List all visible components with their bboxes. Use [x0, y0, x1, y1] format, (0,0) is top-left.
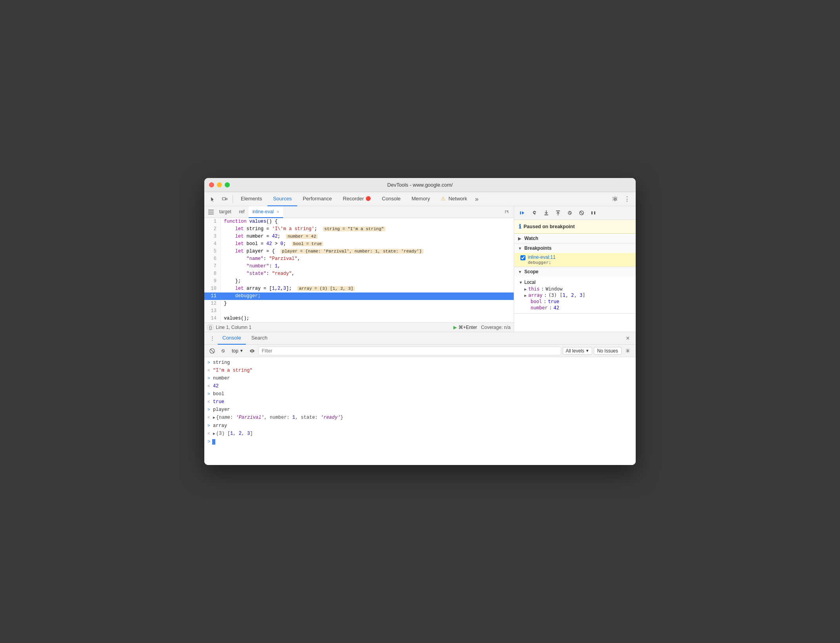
context-label: top — [232, 348, 238, 354]
step-into-icon — [543, 210, 549, 216]
filter-input[interactable] — [258, 347, 562, 355]
scope-header[interactable]: ▼ Scope — [514, 267, 636, 276]
issues-button[interactable]: No Issues — [594, 347, 622, 355]
tab-sources[interactable]: Sources — [267, 192, 297, 206]
context-selector[interactable]: top ▼ — [229, 347, 246, 354]
local-label: Local — [524, 280, 536, 285]
tab-performance[interactable]: Performance — [297, 192, 337, 206]
console-entry-string-key: > string — [204, 359, 636, 367]
settings-button[interactable] — [610, 194, 621, 204]
scope-local-header[interactable]: ▼ Local — [514, 279, 636, 286]
network-warning-icon: ⚠ — [441, 196, 445, 202]
step-icon — [567, 210, 573, 216]
quick-open-button[interactable] — [502, 208, 511, 216]
breakpoint-text: inline-eval:11 debugger; — [528, 254, 629, 265]
svg-rect-4 — [208, 214, 214, 214]
console-out-arrow: > — [207, 359, 213, 366]
pause-exceptions-icon — [590, 210, 596, 216]
bottom-tab-search[interactable]: Search — [247, 332, 272, 345]
bottom-tab-console[interactable]: Console — [218, 332, 246, 345]
debugger-toolbar — [514, 206, 636, 220]
devtools-window: DevTools - www.google.com/ Elements — [204, 178, 636, 465]
console-out-arrow: > — [207, 422, 213, 429]
tab-console[interactable]: Console — [376, 192, 406, 206]
file-tabs-bar: target ref inline-eval × — [204, 206, 514, 218]
more-tabs-button[interactable]: » — [473, 192, 481, 206]
bottom-more-button[interactable]: ⋮ — [207, 334, 217, 343]
log-level-select[interactable]: All levels ▼ — [563, 347, 592, 355]
step-over-button[interactable] — [529, 208, 540, 218]
pause-on-exceptions-button[interactable] — [588, 208, 599, 218]
console-entry-number-val: < 42 — [204, 382, 636, 390]
more-options-button[interactable]: ⋮ — [622, 194, 633, 204]
breakpoints-icon — [578, 210, 585, 216]
this-expand-icon[interactable]: ▶ — [524, 287, 527, 291]
close-button[interactable] — [209, 182, 214, 187]
toolbar-divider — [233, 195, 233, 203]
breakpoints-chevron-icon: ▼ — [518, 246, 523, 251]
main-toolbar: Elements Sources Performance Recorder 🔴 … — [204, 192, 636, 206]
pretty-print-button[interactable]: {} — [207, 325, 213, 330]
tabs-navigation: Elements Sources Performance Recorder 🔴 … — [235, 192, 481, 206]
watch-section: ▶ Watch — [514, 234, 636, 243]
minimize-button[interactable] — [217, 182, 222, 187]
code-editor[interactable]: 1 function values() { 2 let string = 'I\… — [204, 218, 514, 322]
watch-expressions-button[interactable] — [247, 346, 257, 356]
step-out-button[interactable] — [553, 208, 564, 218]
tab-memory[interactable]: Memory — [406, 192, 436, 206]
file-tab-inline-eval[interactable]: inline-eval × — [249, 206, 283, 218]
resume-icon — [520, 210, 526, 216]
console-in-arrow: < — [207, 414, 213, 421]
console-output: > string < "I'm a string" > number < 42 — [204, 357, 636, 465]
code-line-3: 3 let number = 42; number = 42 — [204, 233, 514, 240]
tab-elements[interactable]: Elements — [235, 192, 267, 206]
scope-local-group: ▼ Local ▶ this : Window — [514, 278, 636, 312]
cursor-icon-button[interactable] — [207, 194, 218, 204]
window-title: DevTools - www.google.com/ — [387, 182, 453, 188]
breakpoints-header[interactable]: ▼ Breakpoints — [514, 243, 636, 253]
resume-button[interactable] — [517, 208, 528, 218]
paused-info-bar: ℹ Paused on breakpoint — [514, 220, 636, 234]
run-snippet-button[interactable]: ▶ ⌘+Enter — [453, 325, 477, 330]
close-tab-icon[interactable]: × — [277, 209, 279, 214]
device-toolbar-button[interactable] — [219, 194, 230, 204]
console-settings-button[interactable] — [623, 346, 633, 356]
close-console-button[interactable]: × — [623, 334, 633, 343]
console-entry-player-val: < ▶{name: 'Parzival', number: 1, state: … — [204, 414, 636, 422]
eye-icon — [249, 348, 255, 354]
tab-network[interactable]: ⚠ Network — [435, 192, 473, 206]
cursor-icon — [210, 196, 216, 202]
code-line-6: 6 "name": "Parzival", — [204, 255, 514, 263]
console-entry-array-key: > array — [204, 422, 636, 430]
array-expand-icon[interactable]: ▶ — [213, 432, 215, 436]
console-in-arrow: < — [207, 383, 213, 390]
console-in-arrow: < — [207, 398, 213, 405]
clear-console-button[interactable] — [207, 346, 217, 356]
step-into-button[interactable] — [541, 208, 552, 218]
code-line-1: 1 function values() { — [204, 218, 514, 225]
maximize-button[interactable] — [225, 182, 230, 187]
console-gear-icon — [625, 348, 631, 354]
console-out-arrow: > — [207, 375, 213, 382]
info-icon: ℹ — [519, 223, 521, 230]
show-timestamps-button[interactable] — [218, 346, 228, 356]
array-expand-icon[interactable]: ▶ — [524, 293, 527, 298]
step-button[interactable] — [564, 208, 575, 218]
recorder-badge: 🔴 — [365, 196, 371, 201]
toolbar-right-actions: ⋮ — [610, 194, 633, 204]
status-bar: {} Line 1, Column 1 ▶ ⌘+Enter Coverage: … — [204, 322, 514, 332]
bottom-toolbar: ⋮ Console Search × — [204, 332, 636, 345]
bottom-panel: ⋮ Console Search × — [204, 332, 636, 465]
deactivate-breakpoints-button[interactable] — [576, 208, 587, 218]
breakpoint-item: inline-eval:11 debugger; — [514, 253, 636, 267]
svg-rect-2 — [208, 210, 214, 211]
code-line-12: 12 } — [204, 300, 514, 307]
tab-recorder[interactable]: Recorder 🔴 — [337, 192, 376, 206]
toggle-navigator-button[interactable] — [207, 208, 215, 216]
watch-header[interactable]: ▶ Watch — [514, 234, 636, 243]
window-controls — [209, 182, 230, 187]
file-tab-target[interactable]: target — [215, 206, 235, 218]
player-expand-icon[interactable]: ▶ — [213, 416, 215, 420]
file-tab-ref[interactable]: ref — [235, 206, 249, 218]
breakpoint-checkbox[interactable] — [520, 255, 525, 260]
